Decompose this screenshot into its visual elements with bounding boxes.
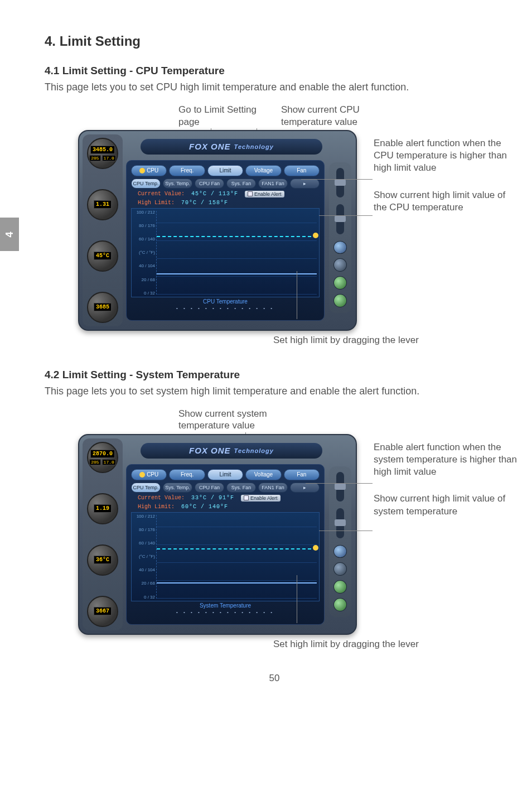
subtab-cputemp[interactable]: CPU Temp. bbox=[131, 179, 161, 189]
gauge-frequency: 3485.0 20517.0 bbox=[87, 138, 118, 169]
callout-high-limit-sys: Show current high limit value of system … bbox=[374, 493, 519, 517]
brand-sub: Technology bbox=[234, 447, 274, 454]
callout-goto-limit: Go to Limit Setting page bbox=[178, 104, 268, 128]
brand-sub: Technology bbox=[234, 143, 274, 150]
temperature-chart: 100 / 212 80 / 176 60 / 140 (°C / °F) 40… bbox=[131, 512, 320, 601]
subtab-sysfan[interactable]: Sys. Fan bbox=[226, 483, 256, 493]
yaxis-label: 40 / 104 bbox=[133, 263, 155, 268]
high-limit-line bbox=[157, 548, 317, 549]
vertical-slider-2[interactable] bbox=[336, 508, 344, 538]
yaxis-label: 100 / 212 bbox=[133, 514, 155, 519]
callout-current-sys-temp: Show current system temperature value bbox=[178, 408, 301, 432]
gauge-temp-value: 45°C bbox=[94, 252, 112, 260]
gauge-voltage: 1.19 bbox=[87, 493, 118, 524]
yaxis-unit: (°C / °F) bbox=[133, 250, 155, 255]
tab-limit[interactable]: Limit bbox=[207, 469, 243, 480]
tab-limit[interactable]: Limit bbox=[207, 165, 243, 176]
gauge-freq-sub1: 205 bbox=[89, 459, 100, 465]
tab-voltage[interactable]: Voltage bbox=[245, 469, 281, 480]
temperature-chart: 100 / 212 80 / 176 60 / 140 (°C / °F) 40… bbox=[131, 208, 320, 297]
knob-green-icon[interactable] bbox=[333, 580, 347, 594]
high-limit-line bbox=[157, 236, 317, 237]
gauge-fan: 3685 bbox=[87, 292, 118, 323]
checkbox-icon[interactable] bbox=[248, 191, 253, 196]
brand-bar: FOX ONE Technology bbox=[141, 139, 322, 155]
subtab-sysfan[interactable]: Sys. Fan bbox=[226, 179, 256, 189]
gauge-freq-value: 2870.0 bbox=[90, 450, 115, 458]
enable-alert-checkbox[interactable]: Enable Alert bbox=[241, 495, 280, 502]
current-curve bbox=[157, 273, 317, 274]
current-value-label: Current Value: bbox=[138, 495, 185, 501]
subtab-next-icon[interactable]: ▸ bbox=[290, 483, 320, 493]
subtab-fan1[interactable]: FAN1 Fan bbox=[258, 483, 288, 493]
knob-green-icon[interactable] bbox=[333, 276, 347, 290]
subtab-next-icon[interactable]: ▸ bbox=[290, 179, 320, 189]
vertical-slider[interactable] bbox=[336, 168, 344, 197]
checkbox-icon[interactable] bbox=[244, 495, 249, 500]
gauge-freq-value: 3485.0 bbox=[90, 146, 115, 154]
yaxis-unit: (°C / °F) bbox=[133, 554, 155, 559]
brand-name: FOX ONE bbox=[189, 446, 231, 455]
yaxis-label: 20 / 68 bbox=[133, 581, 155, 586]
gauge-temp-value: 36°C bbox=[94, 556, 112, 564]
vertical-slider-2[interactable] bbox=[336, 204, 344, 234]
vertical-slider[interactable] bbox=[336, 472, 344, 502]
enable-alert-label: Enable Alert bbox=[250, 495, 278, 501]
tab-fan[interactable]: Fan bbox=[284, 469, 320, 480]
current-curve bbox=[157, 582, 317, 584]
tab-freq[interactable]: Freq. bbox=[169, 165, 205, 176]
yaxis-label: 60 / 140 bbox=[133, 541, 155, 546]
subtab-cpufan[interactable]: CPU Fan bbox=[195, 179, 224, 189]
subtab-fan1[interactable]: FAN1 Fan bbox=[258, 179, 288, 189]
foxone-window-cpu: FOX ONE Technology 3485.0 20517.0 1.31 4… bbox=[78, 130, 357, 331]
gauge-frequency: 2870.0 20517.0 bbox=[87, 442, 118, 473]
yaxis-label: 40 / 104 bbox=[133, 567, 155, 572]
page-number: 50 bbox=[45, 673, 504, 684]
yaxis-label: 20 / 68 bbox=[133, 277, 155, 282]
chart-title: System Temperature bbox=[131, 602, 320, 609]
callout-drag-lever-sys: Set high limit by dragging the lever bbox=[273, 638, 504, 650]
tab-cpu[interactable]: CPU bbox=[131, 469, 167, 480]
yaxis-label: 80 / 176 bbox=[133, 223, 155, 228]
gauge-volt-value: 1.19 bbox=[94, 504, 112, 513]
brand-name: FOX ONE bbox=[189, 142, 231, 151]
tab-freq[interactable]: Freq. bbox=[169, 469, 205, 480]
enable-alert-checkbox[interactable]: Enable Alert bbox=[245, 191, 284, 197]
gauge-temperature: 45°C bbox=[87, 240, 118, 272]
chart-title: CPU Temperature bbox=[131, 298, 320, 305]
tab-fan[interactable]: Fan bbox=[284, 165, 320, 176]
subtab-systemp[interactable]: Sys. Temp. bbox=[163, 483, 192, 493]
tab-cpu[interactable]: CPU bbox=[131, 165, 167, 176]
gauge-fan-value: 3667 bbox=[94, 607, 112, 615]
dots-decoration: • • • • • • • • • • • • • • bbox=[131, 610, 320, 615]
high-limit-label: High Limit: bbox=[138, 200, 175, 206]
callout-current-cpu-temp: Show current CPU temperature value bbox=[281, 104, 370, 128]
subtab-systemp[interactable]: Sys. Temp. bbox=[163, 179, 192, 189]
subsection-title-cpu: 4.1 Limit Setting - CPU Temperature bbox=[45, 65, 504, 77]
tab-voltage[interactable]: Voltage bbox=[245, 165, 281, 176]
knob-green2-icon[interactable] bbox=[333, 294, 347, 307]
callout-high-limit: Show current high limit value of the CPU… bbox=[374, 189, 519, 214]
knob-green2-icon[interactable] bbox=[333, 598, 347, 611]
gauge-volt-value: 1.31 bbox=[94, 200, 112, 209]
foxone-window-sys: FOX ONE Technology 2870.0 20517.0 1.19 3… bbox=[78, 434, 357, 635]
close-knob-icon[interactable] bbox=[333, 241, 347, 254]
knob-icon[interactable] bbox=[333, 258, 347, 272]
gauge-freq-sub2: 17.0 bbox=[102, 155, 116, 161]
center-panel: CPU Freq. Limit Voltage Fan CPU Temp. Sy… bbox=[126, 464, 325, 625]
gauge-freq-sub1: 205 bbox=[89, 155, 100, 161]
subtab-cputemp[interactable]: CPU Temp. bbox=[131, 483, 161, 493]
gauge-temperature: 36°C bbox=[87, 544, 118, 576]
subtab-cpufan[interactable]: CPU Fan bbox=[195, 483, 224, 493]
close-knob-icon[interactable] bbox=[333, 545, 347, 558]
current-value-label: Current Value: bbox=[138, 191, 185, 197]
limit-lever[interactable] bbox=[313, 545, 318, 551]
limit-lever[interactable] bbox=[313, 233, 318, 238]
center-panel: CPU Freq. Limit Voltage Fan CPU Temp. Sy… bbox=[126, 160, 325, 321]
high-limit-value: 60°C / 140°F bbox=[181, 504, 228, 510]
callout-drag-lever: Set high limit by dragging the lever bbox=[273, 334, 504, 346]
knob-icon[interactable] bbox=[333, 562, 347, 576]
yaxis-label: 60 / 140 bbox=[133, 237, 155, 242]
subsection-title-sys: 4.2 Limit Setting - System Temperature bbox=[45, 369, 504, 381]
gauge-freq-sub2: 17.0 bbox=[102, 459, 116, 465]
